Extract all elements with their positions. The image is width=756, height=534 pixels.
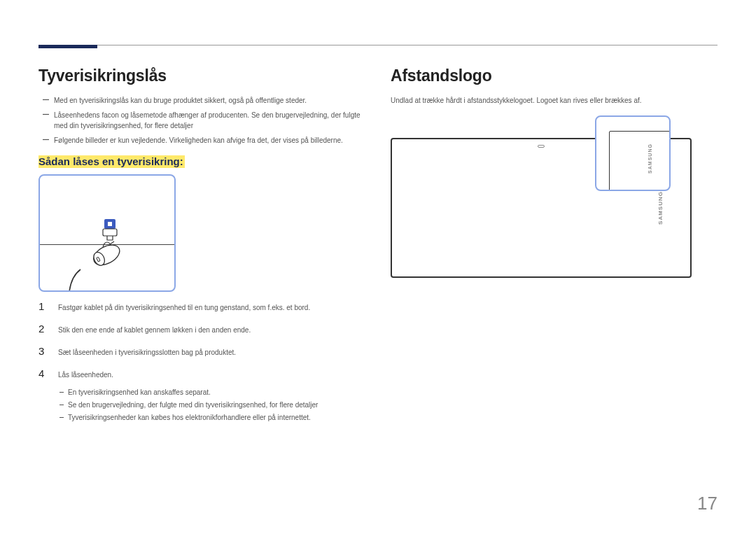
zoom-callout: SAMSUNG	[595, 115, 671, 191]
content-columns: Tyverisikringslås Med en tyverisikringsl…	[38, 66, 718, 425]
step-number: 4	[38, 367, 48, 379]
note-item: Følgende billeder er kun vejledende. Vir…	[38, 135, 365, 146]
lock-svg	[40, 176, 176, 292]
note-item: Låseenhedens facon og låsemetode afhænge…	[38, 110, 365, 131]
spacer-logo-heading: Afstandslogo	[391, 66, 718, 85]
left-column: Tyverisikringslås Med en tyverisikringsl…	[38, 66, 365, 425]
post-notes: En tyverisikringsenhed kan anskaffes sep…	[58, 387, 365, 423]
step-text: Fastgør kablet på din tyverisikringsenhe…	[58, 303, 310, 313]
note-item: Med en tyverisikringslås kan du bruge pr…	[38, 95, 365, 106]
brand-label: SAMSUNG	[658, 191, 664, 225]
page-number: 17	[697, 493, 718, 514]
step-item: 2 Stik den ene ende af kablet gennem løk…	[38, 323, 365, 335]
step-number: 3	[38, 345, 48, 357]
svg-rect-2	[103, 229, 117, 236]
step-text: Stik den ene ende af kablet gennem løkke…	[58, 325, 251, 335]
lock-illustration	[38, 174, 176, 292]
spacer-logo-body: Undlad at trække hårdt i afstandsstykkel…	[391, 95, 718, 106]
step-number: 2	[38, 323, 48, 335]
svg-rect-1	[108, 222, 112, 226]
steps-list: 1 Fastgør kablet på din tyverisikringsen…	[38, 300, 365, 380]
header-rule	[38, 45, 718, 45]
lock-subheading: Sådan låses en tyverisikring:	[38, 155, 365, 167]
step-item: 4 Lås låseenheden.	[38, 367, 365, 380]
step-text: Lås låseenheden.	[58, 370, 113, 380]
spacer-logo-illustration: SAMSUNG SAMSUNG	[391, 115, 692, 280]
chapter-marker	[38, 45, 97, 48]
step-item: 1 Fastgør kablet på din tyverisikringsen…	[38, 300, 365, 313]
camera-icon	[538, 145, 545, 148]
manual-page: Tyverisikringslås Med en tyverisikringsl…	[0, 0, 756, 534]
step-number: 1	[38, 300, 48, 312]
post-note-item: En tyverisikringsenhed kan anskaffes sep…	[58, 387, 365, 398]
brand-label-zoom: SAMSUNG	[648, 143, 652, 174]
post-note-item: Tyverisikringsenheder kan købes hos elek…	[58, 412, 365, 423]
post-note-item: Se den brugervejledning, der fulgte med …	[58, 400, 365, 411]
step-item: 3 Sæt låseenheden i tyverisikringsslotte…	[38, 345, 365, 358]
right-column: Afstandslogo Undlad at trække hårdt i af…	[391, 66, 718, 425]
anti-theft-heading: Tyverisikringslås	[38, 66, 365, 85]
step-text: Sæt låseenheden i tyverisikringsslotten …	[58, 348, 236, 358]
